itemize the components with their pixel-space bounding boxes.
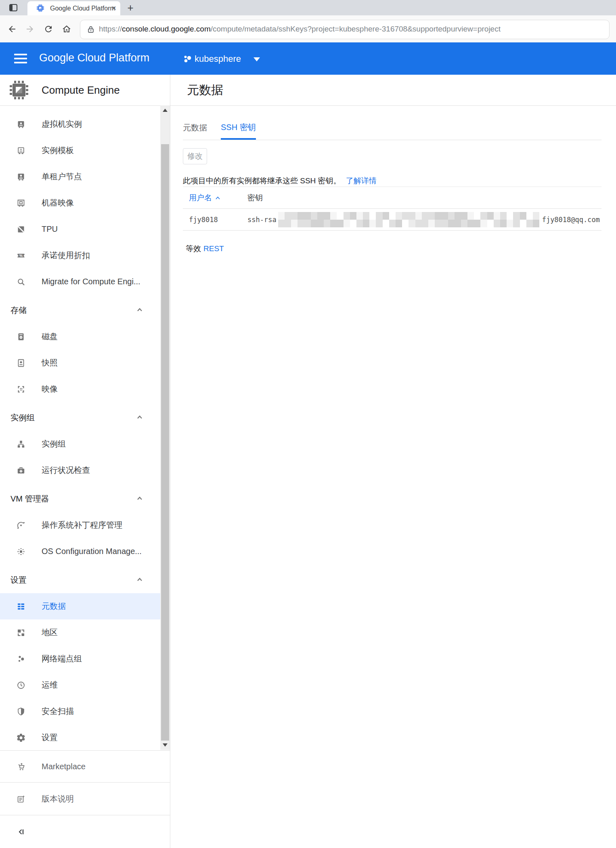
sidebar-item-instance-groups[interactable]: 实例组 xyxy=(0,431,160,457)
sort-ascending-icon xyxy=(215,196,220,200)
chevron-up-icon xyxy=(136,307,143,313)
back-icon[interactable] xyxy=(7,24,17,34)
operations-icon xyxy=(16,680,26,690)
tpu-icon xyxy=(16,225,26,234)
sidebar-item-label: 单租户节点 xyxy=(42,171,82,182)
sidebar-section-settings-section[interactable]: 设置 xyxy=(0,567,160,593)
equivalent-label: 等效 xyxy=(186,244,201,253)
edit-button[interactable]: 修改 xyxy=(183,148,207,164)
table-row: fjy8018 ssh-rsa fjy8018@qq.com xyxy=(183,209,601,231)
sidebar-item-label: 地区 xyxy=(42,627,58,638)
learn-more-link[interactable]: 了解详情 xyxy=(346,176,377,185)
sidebar-item-label: 承诺使用折扣 xyxy=(42,250,90,261)
sidebar-item-label: 设置 xyxy=(42,732,58,743)
ssh-keys-description: 此项目中的所有实例都将继承这些 SSH 密钥。了解详情 xyxy=(183,176,377,186)
sidebar-item-images[interactable]: 映像 xyxy=(0,376,160,402)
tab-title: Google Cloud Platform xyxy=(50,5,115,12)
lock-icon xyxy=(87,25,95,34)
sidebar-item-label: 版本说明 xyxy=(42,793,74,804)
instance-templates-icon xyxy=(16,146,26,155)
tab-layout-icon[interactable] xyxy=(8,3,19,13)
tab-close-icon[interactable]: × xyxy=(111,4,116,13)
column-header-username[interactable]: 用户名 xyxy=(183,193,247,203)
refresh-icon[interactable] xyxy=(44,24,53,34)
security-scan-icon xyxy=(16,707,26,716)
sidebar-item-security-scan[interactable]: 安全扫描 xyxy=(0,698,160,724)
scrollbar-down-icon[interactable] xyxy=(160,740,170,750)
ssh-keys-table: 用户名 密钥 fjy8018 ssh-rsa fjy8018@qq.com xyxy=(183,187,601,231)
description-text: 此项目中的所有实例都将继承这些 SSH 密钥。 xyxy=(183,176,341,185)
new-tab-button[interactable]: + xyxy=(124,1,137,15)
sidebar-item-label: 磁盘 xyxy=(42,331,58,342)
vm-instances-icon xyxy=(16,120,26,129)
sidebar-item-metadata[interactable]: 元数据 xyxy=(0,593,160,619)
address-bar[interactable]: https://console.cloud.google.com/compute… xyxy=(80,20,610,39)
sidebar-item-disks[interactable]: 磁盘 xyxy=(0,323,160,350)
sidebar-item-os-patch-management[interactable]: 操作系统补丁程序管理 xyxy=(0,512,160,538)
browser-tab-bar: Google Cloud Platform × + xyxy=(0,0,616,15)
sidebar-item-label: 安全扫描 xyxy=(42,706,74,717)
svg-text:%: % xyxy=(19,254,23,258)
sidebar-section-label: 设置 xyxy=(10,575,27,586)
tab-ssh-keys[interactable]: SSH 密钥 xyxy=(221,122,256,140)
os-patch-management-icon xyxy=(16,521,26,530)
disks-icon xyxy=(16,332,26,342)
menu-icon[interactable] xyxy=(14,54,27,63)
forward-icon[interactable] xyxy=(25,24,35,34)
sidebar-item-health-checks[interactable]: 运行状况检查 xyxy=(0,457,160,483)
sidebar-section-instance-groups-section[interactable]: 实例组 xyxy=(0,405,160,431)
sidebar-item-network-endpoint-groups[interactable]: 网络端点组 xyxy=(0,646,160,672)
committed-use-discounts-icon: % xyxy=(16,251,26,260)
gcp-header: Google Cloud Platform kubesphere xyxy=(0,42,616,75)
browser-toolbar: https://console.cloud.google.com/compute… xyxy=(0,15,616,42)
sidebar-item-machine-images[interactable]: 机器映像 xyxy=(0,190,160,216)
migrate-icon xyxy=(16,277,26,287)
sidebar-item-release-notes[interactable]: 版本说明 xyxy=(0,782,170,815)
sidebar-item-vm-instances[interactable]: 虚拟机实例 xyxy=(0,111,160,137)
sidebar-item-label: TPU xyxy=(42,225,58,234)
sidebar-item-snapshots[interactable]: 快照 xyxy=(0,350,160,376)
sidebar-item-regions[interactable]: 地区 xyxy=(0,619,160,646)
sidebar-section-storage[interactable]: 存储 xyxy=(0,297,160,323)
marketplace-cart-icon xyxy=(16,762,26,772)
cell-username: fjy8018 xyxy=(183,216,247,224)
key-suffix: fjy8018@qq.com xyxy=(542,216,600,224)
sidebar-item-label: 操作系统补丁程序管理 xyxy=(42,520,122,531)
url-text: https://console.cloud.google.com/compute… xyxy=(99,25,501,34)
sidebar-nav: 虚拟机实例实例模板单租户节点机器映像TPU%承诺使用折扣Migrate for … xyxy=(0,105,160,750)
scrollbar-thumb[interactable] xyxy=(161,144,169,741)
home-icon[interactable] xyxy=(62,24,71,34)
sidebar-item-label: 快照 xyxy=(42,357,58,368)
url-path: /compute/metadata/sshKeys?project=kubesp… xyxy=(211,25,501,33)
sidebar-collapse-button[interactable] xyxy=(0,815,170,848)
settings-icon xyxy=(16,733,26,743)
sidebar-item-tpu[interactable]: TPU xyxy=(0,216,160,242)
chevron-up-icon xyxy=(136,495,143,501)
sidebar-item-os-config-management[interactable]: OS Configuration Manage... xyxy=(0,538,160,565)
scrollbar-up-icon[interactable] xyxy=(160,105,170,115)
url-host: console.cloud.google.com xyxy=(122,25,211,33)
sidebar-item-label: 实例模板 xyxy=(42,145,74,156)
browser-tab[interactable]: Google Cloud Platform × xyxy=(27,1,120,15)
sidebar-item-migrate[interactable]: Migrate for Compute Engi... xyxy=(0,269,160,295)
sidebar-item-operations[interactable]: 运维 xyxy=(0,672,160,698)
column-header-key[interactable]: 密钥 xyxy=(247,193,263,203)
rest-link[interactable]: REST xyxy=(203,244,224,253)
sidebar-item-label: Migrate for Compute Engi... xyxy=(42,277,140,286)
sidebar-item-sole-tenant-nodes[interactable]: 单租户节点 xyxy=(0,164,160,190)
page-header: 元数据 xyxy=(170,75,616,106)
gcp-favicon-icon xyxy=(36,4,44,12)
sidebar: Compute Engine 虚拟机实例实例模板单租户节点机器映像TPU%承诺使… xyxy=(0,75,170,848)
tab-metadata[interactable]: 元数据 xyxy=(183,122,207,140)
table-header-row: 用户名 密钥 xyxy=(183,187,601,209)
sidebar-item-marketplace[interactable]: Marketplace xyxy=(0,750,170,783)
sidebar-section-vm-manager[interactable]: VM 管理器 xyxy=(0,486,160,512)
sidebar-item-settings[interactable]: 设置 xyxy=(0,724,160,750)
network-endpoint-groups-icon xyxy=(16,654,26,664)
sidebar-item-instance-templates[interactable]: 实例模板 xyxy=(0,137,160,164)
key-prefix: ssh-rsa xyxy=(247,216,277,224)
page-title: 元数据 xyxy=(187,75,223,105)
gcp-product-title: Google Cloud Platform xyxy=(39,52,149,64)
sidebar-section-label: 存储 xyxy=(10,305,27,316)
sidebar-item-committed-use-discounts[interactable]: %承诺使用折扣 xyxy=(0,242,160,269)
